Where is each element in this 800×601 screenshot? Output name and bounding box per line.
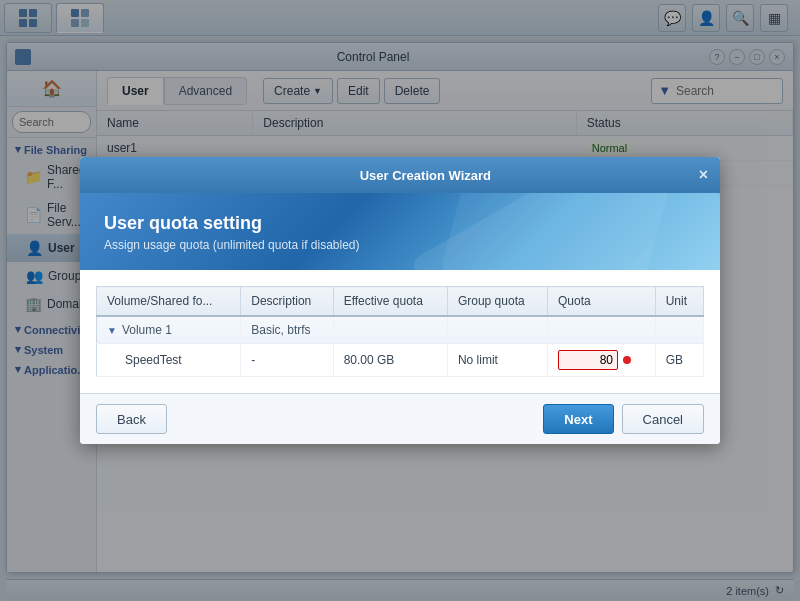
col-unit: Unit	[655, 287, 703, 317]
col-effective-quota: Effective quota	[333, 287, 447, 317]
cell-item-group: No limit	[447, 344, 547, 377]
cell-volume-desc: Basic, btrfs	[241, 316, 333, 344]
modal-header-title: User quota setting	[104, 213, 696, 234]
expand-arrow-icon[interactable]: ▼	[107, 325, 117, 336]
modal-title: User Creation Wizard	[152, 168, 699, 183]
modal-body: Volume/Shared fo... Description Effectiv…	[80, 270, 720, 393]
col-volume: Volume/Shared fo...	[97, 287, 241, 317]
modal-header: User quota setting Assign usage quota (u…	[80, 193, 720, 270]
cell-item-unit: GB	[655, 344, 703, 377]
error-dot	[623, 356, 631, 364]
col-group-quota: Group quota	[447, 287, 547, 317]
col-description: Description	[241, 287, 333, 317]
quota-table: Volume/Shared fo... Description Effectiv…	[96, 286, 704, 377]
cell-volume-unit	[655, 316, 703, 344]
col-quota: Quota	[548, 287, 656, 317]
volume-row: ▼ Volume 1 Basic, btrfs	[97, 316, 704, 344]
quota-item-row: SpeedTest - 80.00 GB No limit GB	[97, 344, 704, 377]
modal-footer: Back Next Cancel	[80, 393, 720, 444]
quota-input[interactable]	[558, 350, 618, 370]
next-button[interactable]: Next	[543, 404, 613, 434]
modal-titlebar: User Creation Wizard ×	[80, 157, 720, 193]
cell-item-desc: -	[241, 344, 333, 377]
modal-header-subtitle: Assign usage quota (unlimited quota if d…	[104, 238, 696, 252]
cell-item-effective: 80.00 GB	[333, 344, 447, 377]
cell-volume-quota	[548, 316, 656, 344]
back-button[interactable]: Back	[96, 404, 167, 434]
modal-overlay: User Creation Wizard × User quota settin…	[0, 0, 800, 601]
modal-close-button[interactable]: ×	[699, 167, 708, 183]
cancel-button[interactable]: Cancel	[622, 404, 704, 434]
user-creation-wizard-modal: User Creation Wizard × User quota settin…	[80, 157, 720, 444]
cell-volume-effective	[333, 316, 447, 344]
cell-item-name: SpeedTest	[97, 344, 241, 377]
cell-volume-group	[447, 316, 547, 344]
cell-volume-name: ▼ Volume 1	[97, 316, 241, 344]
cell-item-quota[interactable]	[548, 344, 656, 377]
